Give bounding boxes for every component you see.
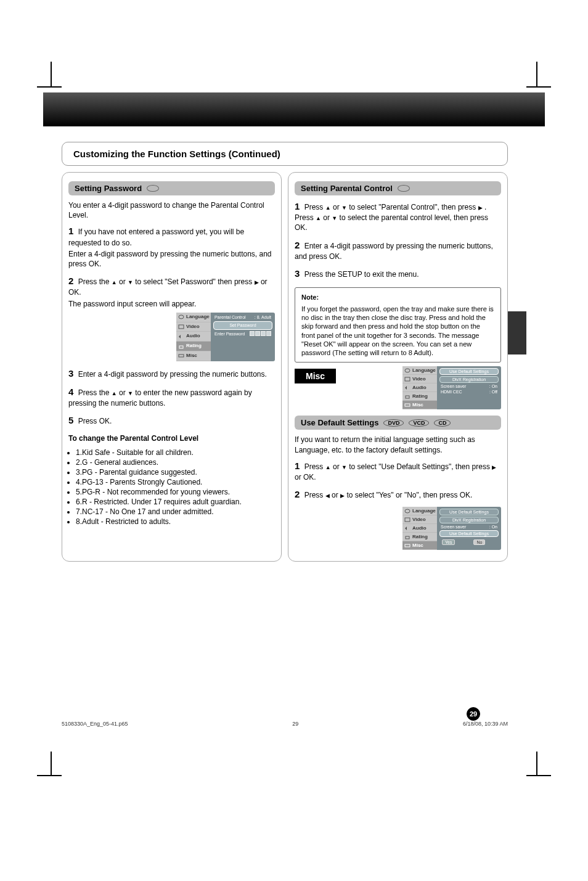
right-head: Setting Parental Control bbox=[295, 181, 501, 195]
up-icon: ▲ bbox=[112, 390, 117, 396]
osd-no: No bbox=[473, 539, 485, 545]
note-box: Note: If you forget the password, open t… bbox=[295, 287, 501, 363]
svg-rect-11 bbox=[405, 518, 410, 522]
step-number: 2 bbox=[295, 489, 300, 499]
t: or bbox=[119, 388, 126, 397]
osd-tab-misc: Misc bbox=[402, 541, 437, 550]
osd-row-parental: Parental Control: 8. Adult bbox=[213, 314, 272, 320]
down-icon: ▼ bbox=[332, 215, 337, 221]
down-icon: ▼ bbox=[128, 390, 133, 396]
up-icon: ▲ bbox=[316, 215, 321, 221]
svg-rect-6 bbox=[405, 377, 410, 381]
right-step3: 3 Press the SETUP to exit the menu. bbox=[295, 268, 501, 280]
up-icon: ▲ bbox=[325, 205, 331, 211]
left-step4: 4 Press the ▲ or ▼ to enter the new pass… bbox=[68, 386, 275, 408]
right-step2: 2 Enter a 4-digit password by pressing t… bbox=[295, 239, 501, 261]
misc-label: Misc bbox=[295, 369, 336, 383]
svg-point-0 bbox=[179, 315, 184, 319]
default-intro: If you want to return the initial langua… bbox=[295, 435, 501, 454]
osd-tab-video: Video bbox=[402, 375, 437, 383]
osd-tab-rating: Rating bbox=[402, 533, 437, 541]
svg-rect-1 bbox=[179, 325, 184, 329]
left-head-text: Setting Password bbox=[75, 184, 142, 193]
left-intro: You enter a 4-digit password to change t… bbox=[68, 200, 275, 220]
osd-tab-language: Language bbox=[402, 366, 437, 375]
osd-tab-language: Language bbox=[176, 313, 211, 322]
level-item: 3.PG - Parental guidance suggested. bbox=[76, 468, 275, 477]
step-text: Press OK. bbox=[78, 417, 112, 425]
osd-rating-password: Language Video Audio Rating Misc Parenta… bbox=[176, 313, 275, 361]
up-icon: ▲ bbox=[325, 464, 331, 470]
section-title-box: Customizing the Function Settings (Conti… bbox=[62, 142, 508, 166]
levels-list: 1.Kid Safe - Suitable for all children. … bbox=[76, 448, 275, 526]
osd-divx-button: DivX Registration bbox=[439, 376, 499, 383]
level-item: 1.Kid Safe - Suitable for all children. bbox=[76, 448, 275, 457]
right-icon: ▶ bbox=[255, 279, 259, 285]
osd-misc: Language Video Audio Rating Misc Use Def… bbox=[402, 366, 501, 409]
step-text: If you have not entered a password yet, … bbox=[68, 227, 244, 247]
osd-confirm-label: Use Default Settings bbox=[439, 530, 499, 537]
note-title: Note: bbox=[301, 293, 494, 301]
left-step3: 3 Enter a 4-digit password by pressing t… bbox=[68, 367, 275, 380]
right-icon: ▶ bbox=[478, 205, 483, 211]
osd-yes: Yes bbox=[442, 539, 455, 545]
side-tab bbox=[508, 311, 526, 354]
step-number: 3 bbox=[295, 268, 300, 279]
down-icon: ▼ bbox=[341, 205, 347, 211]
t: or bbox=[119, 277, 126, 286]
down-icon: ▼ bbox=[341, 464, 347, 470]
level-item: 8.Adult - Restricted to adults. bbox=[76, 517, 275, 526]
osd-tab-audio: Audio bbox=[402, 383, 437, 392]
section-title: Customizing the Function Settings (Conti… bbox=[73, 149, 280, 159]
osd-yes-no: Yes No bbox=[439, 538, 499, 546]
step-number: 1 bbox=[68, 226, 73, 236]
level-item: 2.G - General audiences. bbox=[76, 458, 275, 467]
top-banner bbox=[43, 92, 545, 126]
step-number: 1 bbox=[295, 201, 300, 211]
page-number-badge: 29 bbox=[467, 707, 480, 721]
svg-marker-12 bbox=[405, 527, 407, 530]
osd-tab-video: Video bbox=[402, 515, 437, 524]
right-step1: 1 Press ▲ or ▼ to select "Parental Contr… bbox=[295, 200, 501, 233]
osd-tab-video: Video bbox=[176, 322, 211, 332]
osd-enter-password: Enter Password bbox=[213, 331, 272, 337]
svg-rect-14 bbox=[405, 544, 410, 547]
note-body: If you forget the password, open the tra… bbox=[301, 305, 494, 358]
osd-default-confirm: Language Video Audio Rating Misc Use Def… bbox=[402, 507, 501, 550]
osd-tab-audio: Audio bbox=[402, 524, 437, 533]
left-column: Setting Password You enter a 4-digit pas… bbox=[62, 172, 282, 562]
levels-heading: To change the Parental Control Level bbox=[68, 433, 275, 443]
osd-row-screensaver: Screen saver: On bbox=[439, 384, 499, 388]
default-head-text: Use Default Settings bbox=[301, 418, 378, 427]
osd-set-password-button: Set Password bbox=[213, 321, 272, 329]
footer: 5108330A_Eng_05-41.p65 29 6/18/08, 10:39… bbox=[62, 721, 508, 727]
footer-page: 29 bbox=[292, 721, 298, 727]
osd-tab-misc: Misc bbox=[176, 351, 211, 361]
svg-rect-13 bbox=[406, 536, 409, 539]
level-item: 6.R - Restricted. Under 17 requires adul… bbox=[76, 498, 275, 506]
right-icon: ▶ bbox=[340, 493, 345, 499]
step-number: 2 bbox=[295, 240, 300, 250]
right-head-text: Setting Parental Control bbox=[301, 184, 393, 193]
svg-rect-3 bbox=[179, 346, 183, 348]
t: Press the bbox=[78, 277, 110, 286]
svg-point-5 bbox=[405, 369, 410, 372]
osd-tab-rating: Rating bbox=[402, 392, 437, 401]
default-step2: 2 Press ◀ or ▶ to select "Yes" or "No", … bbox=[295, 488, 501, 501]
left-step5: 5 Press OK. bbox=[68, 414, 275, 427]
osd-row-hdmi: HDMI CEC: Off bbox=[439, 390, 499, 394]
page-content: Customizing the Function Settings (Conti… bbox=[62, 142, 508, 562]
dvd-pill: DVD bbox=[383, 419, 404, 427]
left-icon: ◀ bbox=[325, 493, 330, 499]
level-item: 7.NC-17 - No One 17 and under admitted. bbox=[76, 507, 275, 516]
vcd-pill: VCD bbox=[409, 419, 429, 427]
osd-row-screensaver: Screen saver: On bbox=[439, 525, 499, 529]
left-step1: 1 If you have not entered a password yet… bbox=[68, 225, 275, 269]
right-column: Setting Parental Control 1 Press ▲ or ▼ … bbox=[288, 172, 508, 562]
level-item: 4.PG-13 - Parents Strongly Cautioned. bbox=[76, 478, 275, 486]
svg-marker-7 bbox=[405, 386, 407, 390]
osd-tab-misc: Misc bbox=[402, 401, 437, 409]
step-number: 3 bbox=[68, 368, 73, 379]
svg-rect-4 bbox=[179, 354, 184, 357]
svg-point-10 bbox=[405, 509, 410, 513]
